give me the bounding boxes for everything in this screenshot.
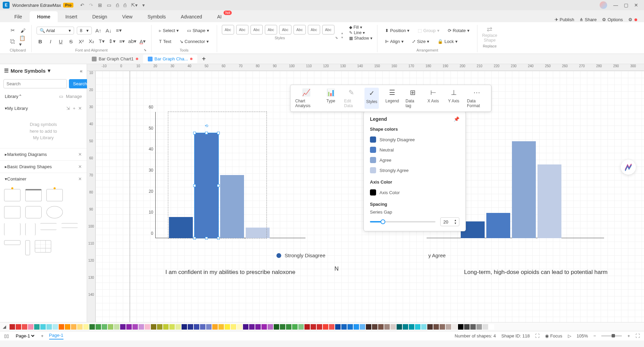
export-icon[interactable]: ⇱▾ <box>131 2 138 8</box>
color-swatch[interactable] <box>182 324 187 330</box>
color-swatch[interactable] <box>372 324 377 330</box>
color-swatch[interactable] <box>200 324 205 330</box>
maximize-icon[interactable]: ▢ <box>621 2 631 8</box>
notification-icon[interactable]: ⚙ <box>628 17 637 22</box>
scroll-up-icon[interactable]: ▴ <box>341 31 343 35</box>
list-icon[interactable]: ≡▾ <box>118 38 126 45</box>
chart-bar[interactable] <box>220 175 244 238</box>
color-swatch[interactable] <box>231 324 236 330</box>
page-tab[interactable]: Page-1 <box>49 333 63 339</box>
zoom-slider[interactable] <box>601 335 622 336</box>
color-swatch[interactable] <box>237 324 242 330</box>
color-swatch[interactable] <box>96 324 101 330</box>
line-button[interactable]: ✎ Line ▾ <box>349 30 372 35</box>
collapse-icon[interactable]: « <box>80 68 83 74</box>
shape-thumb[interactable] <box>4 223 20 235</box>
subscript-icon[interactable]: X₂ <box>88 38 95 45</box>
color-swatch[interactable] <box>89 324 95 330</box>
color-swatch[interactable] <box>470 324 476 330</box>
doc-tab[interactable]: Bar Graph Cha... <box>143 55 197 63</box>
expand-icon[interactable]: ⬊ <box>144 48 146 52</box>
color-swatch[interactable] <box>476 324 482 330</box>
tab-ai[interactable]: AIhot <box>210 11 229 22</box>
chart-tool-legend[interactable]: ☰Legend <box>385 88 399 109</box>
color-swatch[interactable] <box>10 324 15 330</box>
connector-button[interactable]: ↘ Connector ▾ <box>177 38 212 45</box>
color-swatch[interactable] <box>120 324 126 330</box>
format-painter-icon[interactable]: 🖌 <box>19 27 27 34</box>
superscript-icon[interactable]: X² <box>77 38 85 45</box>
chart-bar[interactable] <box>486 213 510 238</box>
color-swatch[interactable] <box>433 324 439 330</box>
minimize-icon[interactable]: — <box>611 2 621 8</box>
chart-bar[interactable] <box>512 141 536 238</box>
color-swatch[interactable] <box>390 324 396 330</box>
color-swatch[interactable] <box>218 324 224 330</box>
color-swatch[interactable] <box>458 324 463 330</box>
legend-panel[interactable]: Legend📌 Shape colors Strongly DisagreeNe… <box>363 111 466 231</box>
canvas-area[interactable]: -100102030405060708090100110120130140150… <box>87 64 644 322</box>
color-swatch[interactable] <box>16 324 21 330</box>
shape-thumb[interactable] <box>46 189 63 201</box>
shape-thumb[interactable] <box>35 240 51 252</box>
color-swatch[interactable] <box>440 324 445 330</box>
color-swatch[interactable] <box>126 324 132 330</box>
style-swatch[interactable]: Abc <box>294 25 306 34</box>
shape-thumb[interactable] <box>4 189 20 201</box>
chart-1[interactable]: 0102030405060 ⟲ I am confident in my abi… <box>155 112 305 238</box>
scroll-down-icon[interactable]: ▾ <box>341 35 343 39</box>
close-icon[interactable]: ✕ <box>78 176 82 182</box>
align-button[interactable]: ⊫ Align ▾ <box>382 38 406 45</box>
chart-bar[interactable] <box>538 164 561 238</box>
chart-tool-type[interactable]: 📊Type <box>324 88 338 109</box>
increase-font-icon[interactable]: A↑ <box>95 27 102 34</box>
print-icon[interactable]: ⎙ <box>124 2 126 8</box>
tab-file[interactable]: File <box>7 11 30 22</box>
color-swatch[interactable] <box>188 324 193 330</box>
color-swatch[interactable] <box>384 324 390 330</box>
color-swatch[interactable] <box>139 324 144 330</box>
shape-thumb[interactable] <box>4 240 20 245</box>
style-swatch[interactable]: Abc <box>322 25 334 34</box>
font-size-select[interactable]: 8▾ <box>77 27 92 34</box>
tab-home[interactable]: Home <box>30 11 58 22</box>
select-button[interactable]: ▹ Select ▾ <box>156 27 182 34</box>
color-swatch[interactable] <box>366 324 371 330</box>
color-swatch[interactable] <box>304 324 310 330</box>
color-swatch[interactable] <box>114 324 119 330</box>
color-swatch[interactable] <box>347 324 353 330</box>
drop-area[interactable]: Drag symbols here to add to My Library <box>0 114 87 148</box>
copy-icon[interactable]: ⿻ <box>9 38 16 45</box>
new-icon[interactable]: ⊞ <box>98 2 102 8</box>
sidebar-cat[interactable]: ▸ Basic Drawing Shapes✕ <box>0 160 87 173</box>
shadow-button[interactable]: ▦ Shadow ▾ <box>349 36 372 41</box>
chart-tool-styles[interactable]: ✓Styles <box>364 88 379 109</box>
pin-icon[interactable]: 📌 <box>454 116 459 122</box>
color-swatch[interactable] <box>225 324 230 330</box>
color-swatch[interactable] <box>261 324 267 330</box>
shape-thumb[interactable] <box>40 223 57 230</box>
color-swatch[interactable] <box>268 324 273 330</box>
sidebar-cat[interactable]: ▾ Container✕ <box>0 173 87 185</box>
search-input[interactable] <box>3 79 67 88</box>
style-swatch[interactable]: Abc <box>236 25 248 34</box>
color-swatch[interactable] <box>28 324 33 330</box>
bold-icon[interactable]: B <box>37 38 44 45</box>
color-swatch[interactable] <box>292 324 298 330</box>
color-swatch[interactable] <box>286 324 291 330</box>
color-swatch[interactable] <box>452 324 457 330</box>
color-swatch[interactable] <box>194 324 199 330</box>
shape-thumb[interactable] <box>61 223 78 228</box>
shape-thumb[interactable] <box>46 206 63 218</box>
avatar[interactable] <box>600 1 607 9</box>
chart-tool-chart-analysis[interactable]: 📈Chart Analysis <box>295 88 317 109</box>
size-button[interactable]: ⤢ Size ▾ <box>409 38 432 45</box>
color-swatch[interactable] <box>77 324 83 330</box>
line-spacing-icon[interactable]: ⇕▾ <box>108 38 116 45</box>
group-button[interactable]: ⬚ Group ▾ <box>415 27 442 34</box>
undo-icon[interactable]: ↶ <box>80 2 84 8</box>
color-swatch[interactable] <box>22 324 27 330</box>
case-icon[interactable]: T▾ <box>98 38 105 45</box>
color-swatch[interactable] <box>71 324 76 330</box>
font-family-select[interactable]: 🔍 Arial▾ <box>37 27 74 34</box>
